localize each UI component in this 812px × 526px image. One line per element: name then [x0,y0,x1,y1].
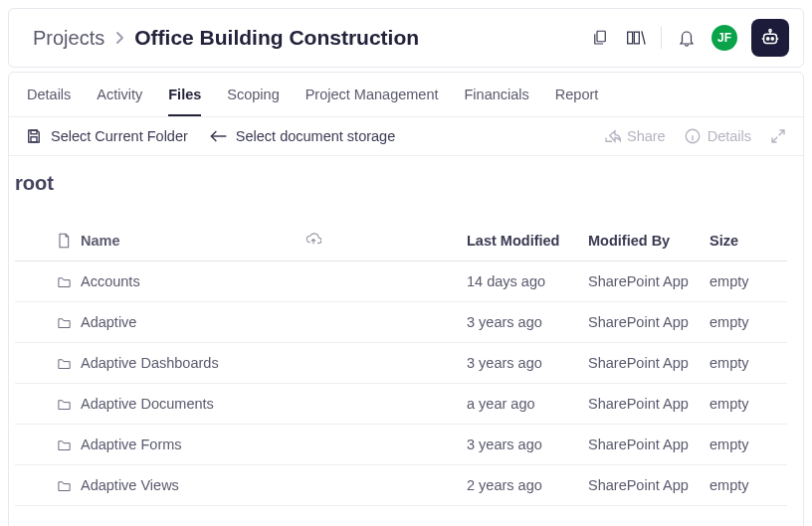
details-button[interactable]: Details [684,127,751,145]
table-row[interactable]: Adaptive3 years agoSharePoint Appempty [15,302,787,343]
tab-project-management[interactable]: Project Management [305,87,439,116]
header-type-icon[interactable] [15,233,81,249]
row-name: Adaptive Forms [81,437,467,452]
row-modified-by: SharePoint App [588,437,710,452]
chevron-right-icon [114,31,124,45]
library-slash-icon[interactable] [625,27,647,49]
row-modified: a year ago [467,396,588,412]
select-current-folder-button[interactable]: Select Current Folder [25,127,188,145]
row-modified-by: SharePoint App [588,396,710,412]
tab-scoping[interactable]: Scoping [227,87,279,116]
svg-rect-7 [31,130,37,134]
svg-rect-2 [634,32,639,44]
row-size: empty [710,477,787,493]
table-row[interactable]: Adaptive Forms3 years agoSharePoint Appe… [15,425,787,465]
header-modified-by[interactable]: Modified By [588,233,710,249]
cloud-upload-icon[interactable] [305,233,321,246]
folder-icon [57,275,72,288]
folder-icon [57,357,72,370]
row-modified: 3 years ago [467,355,588,371]
row-modified: 3 years ago [467,314,588,330]
svg-point-5 [771,38,773,40]
topbar-actions: JF [589,19,789,57]
table-row[interactable]: Adaptive Documentsa year agoSharePoint A… [15,384,787,425]
row-size: empty [710,396,787,412]
row-icon [15,316,81,329]
tab-details[interactable]: Details [27,87,71,116]
share-icon [603,128,621,144]
files-toolbar: Select Current Folder Select document st… [9,117,803,156]
table-header: Name Last Modified Modified By Size [15,221,787,262]
copy-icon[interactable] [589,27,611,49]
header-name[interactable]: Name [81,233,467,249]
header-size[interactable]: Size [710,233,787,249]
topbar: Projects Office Building Construction JF [8,8,804,68]
file-browser: root Name Last Modified Modified By Size… [9,156,803,526]
file-table: Name Last Modified Modified By Size Acco… [15,221,787,506]
row-name: Adaptive [81,314,467,330]
page-title: Office Building Construction [134,26,419,50]
svg-rect-1 [628,32,633,44]
save-icon [25,127,43,145]
row-size: empty [710,273,787,289]
table-row[interactable]: Adaptive Views2 years agoSharePoint Appe… [15,465,787,506]
tabs: DetailsActivityFilesScopingProject Manag… [9,73,803,117]
table-row[interactable]: Adaptive Dashboards3 years agoSharePoint… [15,343,787,384]
folder-icon [57,316,72,329]
row-name: Adaptive Dashboards [81,355,467,371]
row-size: empty [710,355,787,371]
share-label: Share [627,128,666,144]
row-modified-by: SharePoint App [588,273,710,289]
share-button[interactable]: Share [603,128,666,144]
svg-point-6 [769,30,771,32]
svg-rect-0 [597,31,605,42]
row-modified-by: SharePoint App [588,355,710,371]
row-icon [15,479,81,492]
assistant-button[interactable] [751,19,789,57]
folder-icon [57,438,72,451]
svg-point-4 [767,38,769,40]
tab-report[interactable]: Report [555,87,599,116]
row-modified: 3 years ago [467,437,588,452]
row-name: Adaptive Documents [81,396,467,412]
info-icon [684,127,702,145]
row-name: Adaptive Views [81,477,467,493]
row-modified-by: SharePoint App [588,314,710,330]
row-icon [15,438,81,451]
bell-icon[interactable] [676,27,698,49]
row-modified-by: SharePoint App [588,477,710,493]
breadcrumb: Projects Office Building Construction [33,26,419,50]
file-icon [57,233,71,249]
svg-rect-8 [31,137,37,142]
divider [661,27,662,49]
svg-rect-3 [764,34,777,43]
folder-icon [57,479,72,492]
tab-activity[interactable]: Activity [97,87,142,116]
select-current-folder-label: Select Current Folder [51,128,188,144]
root-label: root [9,156,803,221]
row-modified: 2 years ago [467,477,588,493]
row-icon [15,357,81,370]
row-icon [15,398,81,411]
header-modified[interactable]: Last Modified [467,233,588,249]
breadcrumb-root[interactable]: Projects [33,27,104,50]
row-name: Accounts [81,273,467,289]
row-size: empty [710,314,787,330]
folder-icon [57,398,72,411]
table-row[interactable]: Accounts14 days agoSharePoint Appempty [15,262,787,302]
details-label: Details [708,128,751,144]
select-document-storage-button[interactable]: Select document storage [208,128,395,144]
select-document-storage-label: Select document storage [236,128,395,144]
main-panel: DetailsActivityFilesScopingProject Manag… [8,72,804,526]
arrow-left-icon [208,129,228,143]
row-modified: 14 days ago [467,273,588,289]
tab-files[interactable]: Files [168,87,201,116]
avatar[interactable]: JF [711,25,737,51]
row-icon [15,275,81,288]
expand-icon[interactable] [769,127,787,145]
tab-financials[interactable]: Financials [465,87,529,116]
row-size: empty [710,437,787,452]
